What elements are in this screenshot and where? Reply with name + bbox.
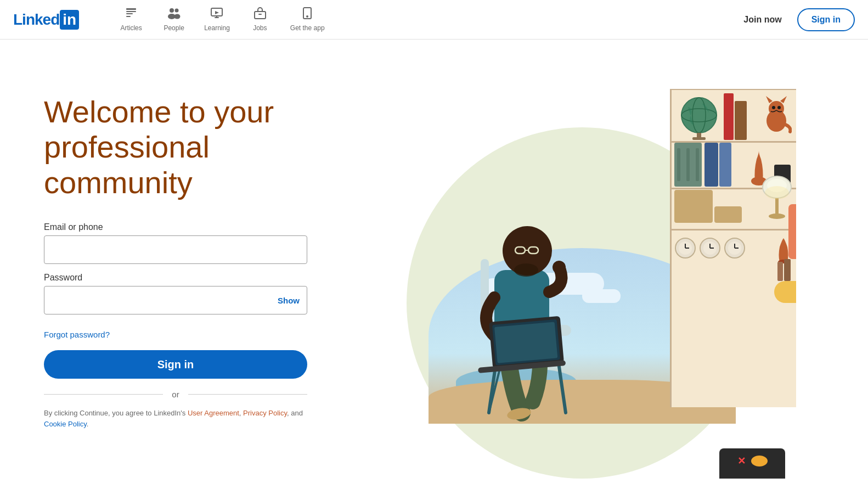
linkedin-logo[interactable]: Linkedin — [13, 10, 79, 30]
site-header: Linkedin Articles People — [0, 0, 868, 40]
nav-articles[interactable]: Articles — [112, 2, 150, 37]
small-book-2 — [777, 262, 783, 281]
legal-period: . — [87, 420, 89, 428]
nav-jobs[interactable]: Jobs — [241, 2, 279, 37]
legal-prefix: By clicking Continue, you agree to Linke… — [44, 409, 188, 417]
get-app-icon — [301, 7, 314, 23]
nav-jobs-label: Jobs — [253, 24, 267, 32]
svg-rect-2 — [126, 13, 133, 14]
password-wrapper: Show — [44, 286, 307, 314]
svg-point-7 — [174, 14, 181, 19]
svg-rect-31 — [494, 322, 557, 363]
legal-and: , and — [287, 409, 303, 417]
nav-get-app[interactable]: Get the app — [284, 2, 331, 37]
box-1 — [674, 190, 713, 223]
bookshelf — [670, 89, 796, 407]
privacy-policy-link[interactable]: Privacy Policy — [243, 409, 287, 417]
shelf-divider-4 — [672, 229, 796, 231]
divider-line-left — [44, 394, 163, 395]
sign-in-header-button[interactable]: Sign in — [797, 8, 855, 31]
svg-rect-0 — [126, 8, 136, 10]
accent-strip-orange — [788, 204, 796, 259]
svg-point-39 — [769, 101, 784, 116]
password-label: Password — [44, 273, 340, 283]
email-input[interactable] — [44, 235, 307, 264]
hero-title-line1: Welcome to your — [44, 94, 274, 129]
or-text: or — [163, 390, 188, 399]
nav-learning[interactable]: Learning — [198, 2, 236, 37]
svg-marker-41 — [780, 96, 787, 103]
logo-text: Linked — [13, 11, 59, 29]
cookie-policy-link[interactable]: Cookie Policy — [44, 420, 87, 428]
email-label: Email or phone — [44, 222, 340, 232]
svg-rect-37 — [692, 137, 706, 140]
email-group: Email or phone — [44, 222, 340, 264]
box-2 — [714, 206, 742, 223]
svg-point-33 — [681, 98, 717, 133]
svg-rect-36 — [697, 133, 701, 137]
forgot-password-link[interactable]: Forgot password? — [44, 330, 110, 339]
svg-point-49 — [765, 186, 789, 199]
svg-rect-11 — [216, 16, 217, 17]
password-group: Password Show — [44, 273, 340, 314]
binder-blue-1 — [704, 143, 718, 187]
header-actions: Join now Sign in — [735, 8, 855, 31]
clock-items — [674, 232, 746, 267]
svg-marker-40 — [766, 96, 773, 103]
user-agreement-link[interactable]: User Agreement — [188, 409, 239, 417]
illustration: ✕ — [368, 83, 796, 479]
header-left: Linkedin Articles People — [13, 2, 331, 37]
svg-point-5 — [175, 8, 179, 12]
svg-rect-10 — [215, 17, 219, 18]
small-book-1 — [784, 259, 791, 281]
nav-people-label: People — [164, 24, 184, 32]
main-nav: Articles People Learning J — [112, 2, 331, 37]
svg-point-43 — [777, 106, 781, 109]
svg-point-15 — [307, 16, 308, 17]
binder-blue-2 — [719, 143, 731, 187]
svg-marker-9 — [215, 11, 219, 14]
svg-rect-3 — [126, 16, 131, 17]
hero-title-line2: professional community — [44, 130, 210, 199]
people-icon — [167, 7, 181, 23]
svg-point-27 — [514, 263, 538, 277]
join-now-button[interactable]: Join now — [735, 10, 790, 29]
nav-get-app-label: Get the app — [290, 24, 325, 32]
cat-figurine — [762, 93, 792, 137]
globe — [677, 93, 721, 145]
left-panel: Welcome to your professional community E… — [44, 83, 340, 429]
svg-rect-47 — [775, 198, 779, 215]
svg-rect-1 — [126, 11, 136, 12]
sign-in-button[interactable]: Sign in — [44, 350, 307, 379]
book-brown — [735, 101, 747, 140]
password-input[interactable] — [44, 286, 307, 314]
logo-box: in — [60, 10, 79, 30]
binder-green — [674, 143, 702, 187]
show-password-button[interactable]: Show — [278, 296, 300, 305]
hero-title: Welcome to your professional community — [44, 94, 340, 200]
right-panel: ✕ — [340, 83, 824, 479]
svg-point-28 — [553, 261, 566, 274]
svg-rect-13 — [258, 14, 262, 15]
device-partial: ✕ — [719, 448, 785, 479]
or-divider: or — [44, 390, 307, 399]
book-tall-red — [724, 93, 734, 140]
legal-comma: , — [239, 409, 243, 417]
svg-rect-12 — [255, 12, 266, 19]
nav-people[interactable]: People — [155, 2, 193, 37]
nav-learning-label: Learning — [204, 24, 230, 32]
person-illustration — [434, 160, 621, 435]
legal-text: By clicking Continue, you agree to Linke… — [44, 408, 307, 429]
learning-icon — [210, 7, 223, 23]
nav-articles-label: Articles — [120, 24, 142, 32]
svg-point-4 — [170, 8, 174, 13]
svg-point-42 — [772, 106, 775, 109]
jobs-icon — [253, 7, 267, 23]
svg-point-48 — [769, 213, 785, 219]
articles-icon — [125, 7, 138, 23]
shelf-divider-1 — [672, 89, 796, 90]
accent-circle-yellow — [774, 281, 796, 303]
main-content: Welcome to your professional community E… — [0, 40, 868, 479]
divider-line-right — [188, 394, 307, 395]
